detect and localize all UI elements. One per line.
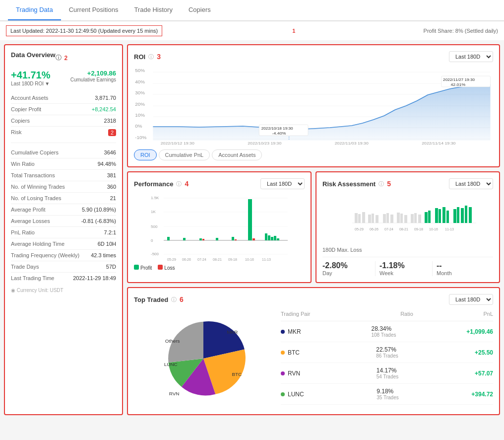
- svg-rect-65: [383, 214, 386, 223]
- risk-title: Risk Assessment: [322, 180, 376, 188]
- perf-period-selector[interactable]: Last 180D: [260, 178, 305, 189]
- svg-text:07-24: 07-24: [384, 227, 393, 231]
- ratio-mkr: 28.34% 108 Trades: [371, 325, 396, 338]
- stat-row-copier-profit: Copier Profit +8,242.54: [11, 104, 116, 115]
- perf-chart-svg: 1.5K 1K 500 0 -500: [134, 193, 305, 263]
- svg-text:2022/11/03 19:30: 2022/11/03 19:30: [335, 141, 369, 146]
- pie-chart-svg: MKR BTC RVN LUNC Others: [154, 309, 253, 408]
- tab-account-assets[interactable]: Account Assets: [212, 149, 262, 160]
- data-overview-title: Data Overview: [11, 51, 56, 59]
- lunc-dot: [281, 392, 285, 396]
- section-num-3: 3: [157, 53, 161, 61]
- svg-rect-83: [465, 206, 467, 223]
- currency-note: ◉ Currency Unit: USDT: [11, 288, 116, 293]
- pie-chart-area: MKR BTC RVN LUNC Others: [134, 309, 273, 408]
- table-row: BTC 22.57% 86 Trades +25.50: [281, 342, 493, 363]
- svg-text:2022/10/23 19:30: 2022/10/23 19:30: [248, 141, 282, 146]
- svg-text:BTC: BTC: [232, 371, 242, 377]
- stat-row-cum-copiers: Cumulative Copiers 3646: [11, 147, 116, 158]
- performance-title: Performance: [134, 180, 173, 188]
- section-num-6: 6: [180, 295, 184, 303]
- section-num-5: 5: [387, 180, 391, 188]
- svg-rect-77: [439, 209, 441, 223]
- svg-rect-41: [216, 238, 218, 240]
- top-traded-period-selector[interactable]: Last 180D: [449, 294, 493, 305]
- svg-text:2022/10/18 19:30: 2022/10/18 19:30: [261, 126, 294, 131]
- rvn-dot: [281, 371, 285, 375]
- pair-name-mkr: MKR: [288, 328, 301, 335]
- svg-rect-81: [457, 207, 459, 223]
- svg-rect-79: [446, 211, 449, 223]
- pair-name-btc: BTC: [288, 349, 300, 356]
- roi-value: +41.71%: [11, 70, 51, 81]
- ratio-btc: 22.57% 86 Trades: [376, 346, 398, 359]
- pair-rvn: RVN: [281, 370, 300, 377]
- pair-lunc: LUNC: [281, 391, 304, 398]
- svg-text:LUNC: LUNC: [164, 362, 178, 367]
- svg-rect-40: [202, 239, 204, 240]
- svg-rect-64: [376, 215, 378, 223]
- stat-row-risk: Risk 2: [11, 127, 116, 139]
- tab-current-positions[interactable]: Current Positions: [61, 0, 126, 20]
- tab-trade-history[interactable]: Trade History: [126, 0, 181, 20]
- svg-text:42.01%: 42.01%: [450, 82, 465, 87]
- risk-assessment-panel: Risk Assessment ⓘ 5 Last 180D: [315, 171, 500, 283]
- legend-profit: Profit: [140, 265, 152, 271]
- pnl-btc: +25.50: [475, 349, 493, 356]
- svg-text:11-13: 11-13: [262, 258, 271, 261]
- tab-roi[interactable]: ROI: [134, 149, 157, 160]
- section-num-2: 2: [64, 55, 68, 62]
- roi-chart-tabs: ROI Cumulative PnL Account Assets: [134, 149, 493, 160]
- dropdown-arrow[interactable]: ▼: [45, 81, 50, 86]
- svg-text:-4.40%: -4.40%: [272, 131, 286, 136]
- svg-rect-67: [390, 215, 393, 223]
- svg-text:-10%: -10%: [135, 135, 147, 140]
- cumulative-earnings-label: Cumulative Earnings: [70, 77, 116, 82]
- cumulative-earnings-value: +2,109.86: [70, 70, 116, 77]
- svg-rect-82: [461, 208, 464, 223]
- tab-trading-data[interactable]: Trading Data: [8, 0, 61, 20]
- btc-dot: [281, 351, 285, 355]
- svg-text:1.5K: 1.5K: [151, 196, 159, 200]
- svg-text:30%: 30%: [135, 90, 145, 95]
- svg-rect-48: [271, 237, 273, 240]
- performance-panel: Performance ⓘ 4 Last 180D 1.5K 1K 500: [127, 171, 312, 283]
- risk-badge: 2: [108, 129, 116, 136]
- data-overview-panel: Data Overview ⓘ 2 +41.71% Last 180D ROI …: [4, 44, 123, 415]
- top-traded-title: Top Traded: [134, 296, 168, 303]
- svg-text:10-16: 10-16: [429, 227, 438, 231]
- svg-text:0%: 0%: [135, 123, 142, 128]
- svg-text:2022/11/14 19:30: 2022/11/14 19:30: [422, 141, 456, 146]
- stat-row-holding-time: Average Holding Time 6D 10H: [11, 238, 116, 250]
- section-num-4: 4: [185, 180, 189, 188]
- mkr-dot: [281, 330, 285, 334]
- risk-metric-day: -2.80% Day: [322, 261, 376, 276]
- svg-text:08-21: 08-21: [399, 227, 408, 231]
- svg-text:10%: 10%: [135, 112, 145, 117]
- section-num-1: 1: [292, 28, 295, 34]
- svg-text:07-24: 07-24: [197, 258, 206, 261]
- roi-period-selector[interactable]: Last 180D: [449, 51, 493, 62]
- svg-rect-80: [453, 209, 456, 223]
- svg-rect-43: [235, 239, 237, 240]
- risk-section-label: 180D Max. Loss: [322, 247, 493, 253]
- svg-rect-62: [368, 215, 371, 223]
- tab-copiers[interactable]: Copiers: [181, 0, 219, 20]
- risk-period-selector[interactable]: Last 180D: [449, 178, 493, 189]
- svg-rect-59: [355, 213, 358, 223]
- stats-table-primary: Account Assets 3,871.70 Copier Profit +8…: [11, 92, 116, 139]
- table-row: LUNC 9.18% 35 Trades +394.72: [281, 384, 493, 405]
- pair-name-rvn: RVN: [288, 370, 300, 377]
- stats-table-secondary: Cumulative Copiers 3646 Win Ratio 94.48%…: [11, 147, 116, 284]
- roi-panel: ROI ⓘ 3 Last 180D 50% 40% 30% 20% 10% 0%: [127, 44, 500, 167]
- stat-row-pnl-ratio: PnL Ratio 7.2:1: [11, 227, 116, 238]
- svg-rect-44: [248, 199, 252, 240]
- stat-row-winning-trades: No. of Winning Trades 360: [11, 181, 116, 193]
- svg-text:05-29: 05-29: [355, 227, 364, 231]
- roi-label: Last 180D ROI ▼: [11, 81, 51, 86]
- svg-text:500: 500: [151, 224, 158, 229]
- performance-chart: 1.5K 1K 500 0 -500: [134, 193, 305, 263]
- col-pnl: PnL: [483, 311, 493, 317]
- pnl-rvn: +57.07: [475, 370, 493, 377]
- tab-cumulative-pnl[interactable]: Cumulative PnL: [159, 149, 210, 160]
